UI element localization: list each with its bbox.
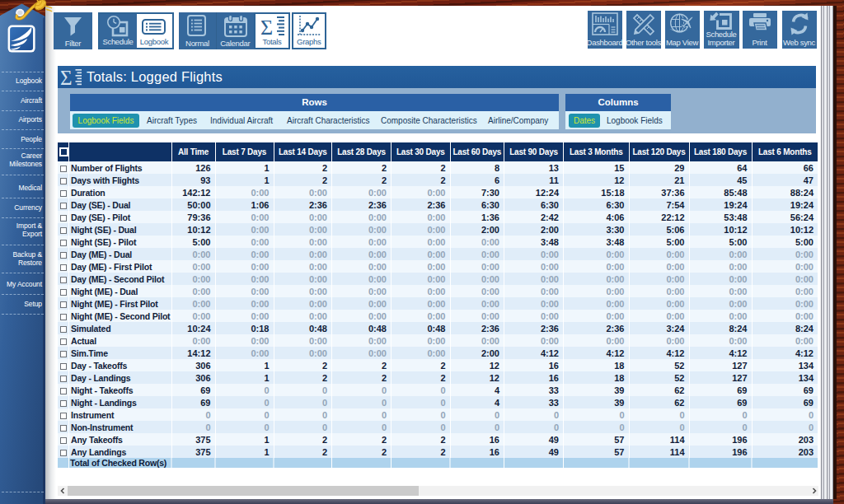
svg-text:Σ: Σ: [60, 67, 73, 87]
svg-text:Σ: Σ: [260, 16, 273, 38]
